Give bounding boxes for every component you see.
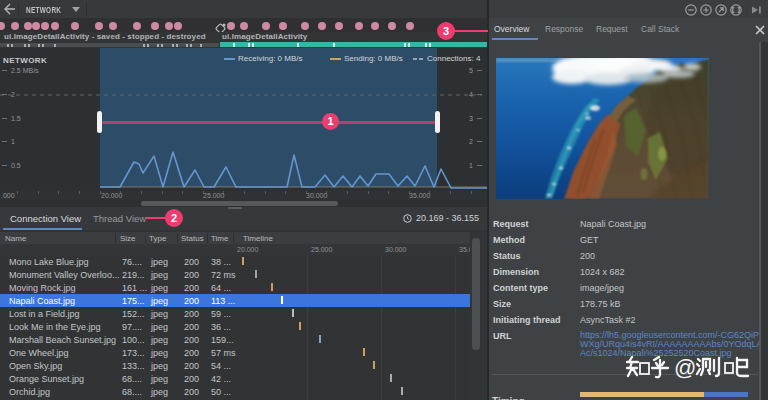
svg-text:@: @ <box>674 355 696 380</box>
